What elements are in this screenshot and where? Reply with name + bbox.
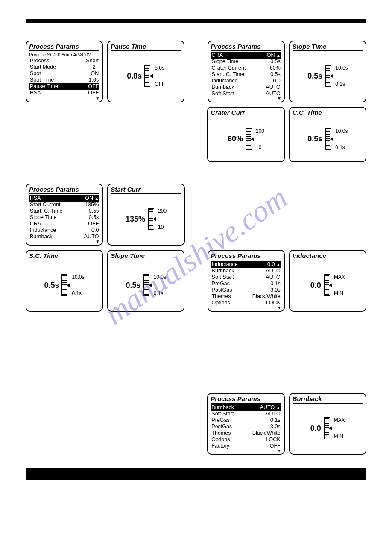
spacer <box>26 316 366 393</box>
list-item[interactable]: PostGas3.0s <box>211 424 281 430</box>
param-value: OFF <box>88 90 99 96</box>
value-display: 60%20010 <box>211 118 281 160</box>
list-item[interactable]: Slope Time0.5s <box>211 59 281 65</box>
scale-min: 0.1s <box>154 290 166 296</box>
param-value: OFF <box>88 221 99 227</box>
scale-icon: 20010 <box>246 128 264 150</box>
list-item[interactable]: OptionsLOCK <box>211 300 281 306</box>
scale-ticks <box>61 274 67 296</box>
param-list: Inductance0.0 ▲BurnbackAUTOSoft StartAUT… <box>211 261 281 309</box>
current-value: 0.5s <box>307 135 322 143</box>
list-item[interactable]: Inductance0.0 <box>29 227 99 234</box>
empty-slot <box>26 107 103 162</box>
scale-ticks <box>325 65 331 87</box>
scale-labels: 10.0s0.1s <box>72 274 84 296</box>
param-label: Soft Start <box>212 91 234 97</box>
list-item[interactable]: CRAON ▲ <box>211 52 281 59</box>
list-item[interactable]: BurnbackAUTO <box>29 234 99 240</box>
param-label: Factory <box>211 443 229 449</box>
empty-slot <box>208 184 285 246</box>
list-item[interactable]: Spot Time1.0s <box>29 77 99 83</box>
list-item[interactable]: Inductance0.0 <box>211 78 281 84</box>
scroll-up-icon: ▲ <box>94 196 99 201</box>
param-label: Inductance <box>212 78 238 84</box>
param-value: 0.5s <box>89 208 99 214</box>
list-item[interactable]: PreGas0.1s <box>211 417 281 424</box>
panel-title: C.C. Time <box>293 109 363 117</box>
list-item[interactable]: HSAON ▲ <box>29 195 99 202</box>
scroll-up-icon: ▲ <box>276 262 281 267</box>
scale-max: 10.0s <box>335 65 348 71</box>
param-value: 0.0 <box>273 78 280 84</box>
param-label: Start Current <box>30 202 61 208</box>
list-item[interactable]: PreGas0.1s <box>211 281 281 287</box>
panel-title: Burnback <box>293 395 363 404</box>
list-item[interactable]: Slope Time0.5s <box>29 214 99 221</box>
list-item[interactable]: Soft StartAUTO <box>211 411 281 417</box>
current-value: 135% <box>126 215 145 224</box>
list-item[interactable]: Start. C. Time0.5s <box>211 71 281 78</box>
value-panel-crater-curr: Crater Curr60%20010 <box>207 107 284 162</box>
param-value: OFF <box>88 83 99 90</box>
list-item[interactable]: Crater Current60% <box>211 65 281 71</box>
list-item[interactable]: Start Mode2T <box>29 64 99 70</box>
list-item[interactable]: HSAOFF <box>29 90 99 96</box>
param-label: Themes <box>211 430 231 436</box>
param-label: CRA <box>30 221 41 227</box>
scale-max: 10.0s <box>154 274 166 280</box>
scale-icon: 10.0s0.1s <box>325 128 348 150</box>
panel-title: Start Curr <box>111 186 181 194</box>
current-value: 0.5s <box>44 281 59 290</box>
param-label: Start Mode <box>30 64 56 70</box>
list-item[interactable]: Soft StartAUTO <box>211 91 281 97</box>
param-value: 0.5s <box>89 214 99 221</box>
list-item[interactable]: SpotON <box>29 70 99 77</box>
panel-title: Crater Curr <box>211 109 281 117</box>
scale-max: MAX <box>334 417 345 423</box>
param-value: 135% <box>85 202 99 208</box>
list-item[interactable]: Inductance0.0 ▲ <box>211 261 281 268</box>
list-item[interactable]: BurnbackAUTO <box>211 268 281 274</box>
scale-min: 10 <box>158 224 167 230</box>
value-display: 0.0MAXMIN <box>293 261 363 309</box>
scale-max: 10.0s <box>72 274 84 280</box>
list-panel-process-params-hsa: Process ParamsHSAON ▲ Start Current135% … <box>26 184 103 246</box>
list-item[interactable]: OptionsLOCK <box>211 436 281 443</box>
list-panel-process-params-inductance: Process ParamsInductance0.0 ▲BurnbackAUT… <box>208 250 285 312</box>
list-item[interactable]: Soft StartAUTO <box>211 274 281 281</box>
param-label: PreGas <box>211 417 229 424</box>
param-label: Spot Time <box>30 77 54 83</box>
param-value: 0.0 <box>91 227 99 234</box>
param-label: Options <box>211 436 230 443</box>
panel-title: Slope Time <box>293 43 363 51</box>
param-label: Start. C. Time <box>212 71 244 78</box>
scale-icon: 20010 <box>148 208 167 230</box>
param-value: 3.0s <box>270 424 281 430</box>
list-item[interactable]: BurnbackAUTO ▲ <box>211 404 281 411</box>
param-value: 0.1s <box>270 417 281 424</box>
list-subheader: Prog Fe SG2 0.8mm Ar%C02 <box>29 52 99 57</box>
value-panel-sc-time: S.C. Time0.5s10.0s0.1s <box>26 250 103 312</box>
panel-title: Inductance <box>293 252 363 260</box>
list-item[interactable]: CRAOFF <box>29 221 99 227</box>
param-label: Pause Time <box>30 83 58 90</box>
list-item[interactable]: Start. C. Time0.5s <box>29 208 99 214</box>
list-item[interactable]: PostGas3.0s <box>211 287 281 293</box>
list-item[interactable]: Pause TimeOFF <box>29 83 99 90</box>
scale-icon: MAXMIN <box>324 417 345 439</box>
param-list: HSAON ▲ Start Current135% Start. C. Time… <box>29 195 99 243</box>
scale-icon: 5.0sOFF <box>144 65 165 87</box>
list-item[interactable]: FactoryOFF <box>211 443 281 449</box>
scale-min: MIN <box>334 433 345 439</box>
panel-title: Process Params <box>211 395 281 404</box>
list-item[interactable]: ThemesBlack/White <box>211 293 281 300</box>
list-item[interactable]: BurnbackAUTO <box>211 84 281 91</box>
scale-max: 5.0s <box>155 65 165 71</box>
column-gap <box>189 107 203 162</box>
current-value: 0.0 <box>310 424 321 433</box>
param-value: AUTO <box>266 84 281 91</box>
list-item[interactable]: ProcessShort <box>29 58 99 64</box>
list-item[interactable]: ThemesBlack/White <box>211 430 281 436</box>
list-item[interactable]: Start Current135% <box>29 202 99 208</box>
scale-labels: 20010 <box>256 128 264 150</box>
